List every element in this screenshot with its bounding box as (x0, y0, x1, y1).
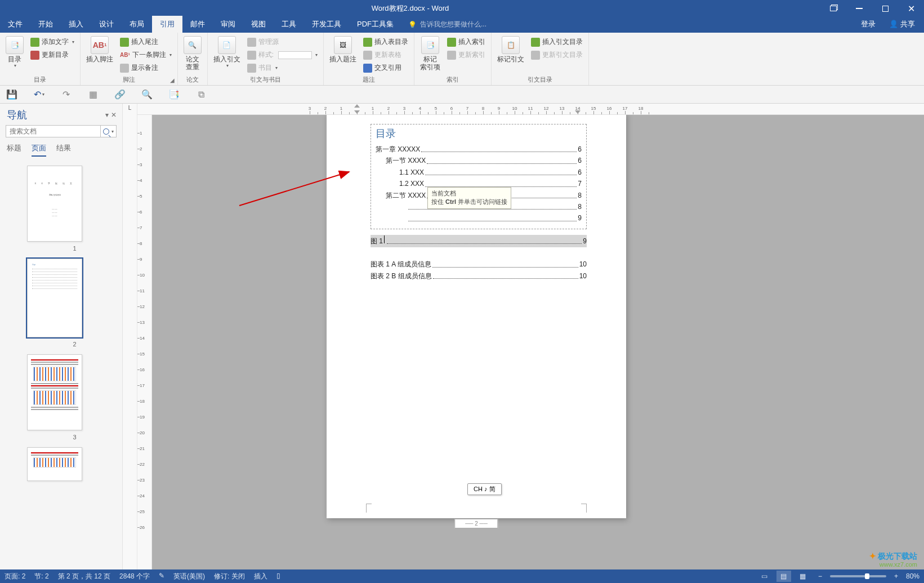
page-thumbnail[interactable] (27, 447, 82, 481)
qat-item-4[interactable]: ▦ (87, 88, 99, 101)
page-thumbnails[interactable]: X X 学 院 论 文请输入文档名称── ──── ──── ── 1 目录 2… (0, 161, 122, 569)
nav-tab-headings[interactable]: 标题 (7, 143, 21, 157)
update-figure-index-button[interactable]: 更新表格 (361, 49, 410, 61)
show-notes-button[interactable]: 显示备注 (118, 62, 174, 74)
zoom-out-button[interactable]: − (815, 572, 825, 580)
qat-item-5[interactable]: 🔗 (114, 88, 126, 101)
horizontal-ruler-wrap: 321123456789101112131415161718 (137, 104, 924, 115)
toc-entry[interactable]: 第一节 XXXX6 (376, 155, 582, 166)
page-thumbnail[interactable] (27, 354, 82, 430)
status-language[interactable]: 英语(美国) (173, 572, 205, 581)
document-scroll[interactable]: 1234567891011121314151617181920212223242… (137, 115, 924, 569)
cross-reference-button[interactable]: 交叉引用 (361, 62, 410, 74)
web-layout-button[interactable]: ▦ (796, 571, 810, 582)
tab-references[interactable]: 引用 (152, 16, 182, 33)
insert-citation-button[interactable]: 📄 插入引文 ▾ (211, 35, 243, 70)
zoom-level[interactable]: 80% (906, 572, 919, 580)
update-authorities-button[interactable]: 更新引文目录 (529, 49, 585, 61)
print-layout-button[interactable]: ▤ (776, 571, 791, 582)
status-section[interactable]: 节: 2 (34, 572, 48, 581)
share-button[interactable]: 👤 共享 (883, 16, 921, 33)
read-mode-button[interactable]: ▭ (757, 571, 772, 582)
paper-check-button[interactable]: 🔍 论文 查重 (181, 35, 204, 73)
nav-tab-pages[interactable]: 页面 (32, 143, 46, 157)
document-page[interactable]: 目录 第一章 XXXXX6第一节 XXXX61.1 XXX61.2 XXX7第二… (327, 115, 626, 518)
ruler-corner[interactable]: L (123, 104, 137, 569)
status-page[interactable]: 页面: 2 (5, 572, 25, 581)
tab-design[interactable]: 设计 (91, 16, 122, 33)
tab-pdf-tools[interactable]: PDF工具集 (349, 16, 401, 33)
nav-search-input[interactable] (6, 126, 100, 137)
qat-item-6[interactable]: 🔍 (141, 88, 153, 101)
login-button[interactable]: 登录 (855, 16, 881, 33)
zoom-in-button[interactable]: + (891, 572, 901, 580)
insert-authorities-button[interactable]: 插入引文目录 (529, 36, 585, 48)
nav-options-button[interactable]: ▾ (105, 111, 109, 119)
next-footnote-button[interactable]: AB¹下一条脚注▾ (118, 49, 174, 61)
toc-entry[interactable]: 9 (376, 212, 582, 224)
horizontal-ruler[interactable]: 321123456789101112131415161718 (137, 104, 924, 115)
tab-developer[interactable]: 开发工具 (304, 16, 349, 33)
tell-me-search[interactable]: 💡 告诉我您想要做什么... (401, 16, 493, 33)
tab-review[interactable]: 审阅 (213, 16, 243, 33)
minimize-button[interactable] (846, 0, 872, 17)
ribbon: 📑 目录 ▾ 添加文字▾ 更新目录 目录 AB1 插入脚注 插入尾注 AB¹下一… (0, 33, 924, 86)
status-macro[interactable]: ▯ (276, 572, 280, 581)
tab-tools[interactable]: 工具 (274, 16, 304, 33)
status-insert-mode[interactable]: 插入 (254, 572, 267, 581)
document-canvas[interactable]: 目录 第一章 XXXXX6第一节 XXXX61.1 XXX61.2 XXX7第二… (152, 115, 924, 569)
nav-close-button[interactable]: ✕ (111, 111, 117, 119)
insert-endnote-button[interactable]: 插入尾注 (118, 36, 174, 48)
ime-indicator[interactable]: CH ♪ 简 (467, 483, 502, 495)
endnote-icon (120, 38, 129, 47)
page-thumbnail[interactable]: X X 学 院 论 文请输入文档名称── ──── ──── ── (27, 166, 82, 242)
save-button[interactable]: 💾 (6, 88, 18, 101)
citation-style-select[interactable]: 样式:▾ (245, 49, 320, 61)
toc-content-control[interactable]: 目录 第一章 XXXXX6第一节 XXXX61.1 XXX61.2 XXX7第二… (371, 124, 587, 229)
page-thumbnail[interactable]: 目录 (27, 259, 82, 337)
manage-sources-button[interactable]: 管理源 (245, 36, 320, 48)
chart-toc-entry[interactable]: 图表 1 A 组成员信息10 (371, 259, 587, 270)
vertical-ruler[interactable]: 1234567891011121314151617181920212223242… (137, 115, 152, 569)
toc-entry[interactable]: 第一章 XXXXX6 (376, 144, 582, 155)
tab-layout[interactable]: 布局 (122, 16, 152, 33)
mark-citation-button[interactable]: 📋 标记引文 (495, 35, 526, 64)
figure-toc-entry-highlighted[interactable]: 图 1 9 (371, 235, 587, 247)
tab-insert[interactable]: 插入 (61, 16, 91, 33)
update-index-button[interactable]: 更新索引 (445, 49, 488, 61)
footnotes-launcher[interactable]: ◢ (168, 76, 176, 84)
zoom-slider[interactable] (830, 575, 886, 577)
tab-file[interactable]: 文件 (0, 16, 30, 33)
chevron-down-icon: ▾ (14, 63, 16, 69)
qat-item-8[interactable]: ⧉ (195, 88, 207, 101)
qat-item-7[interactable]: 📑 (168, 88, 180, 101)
nav-search-box[interactable]: ▾ (6, 125, 117, 137)
undo-button[interactable]: ↶▾ (33, 88, 45, 101)
nav-tab-results[interactable]: 结果 (56, 143, 71, 157)
tab-home[interactable]: 开始 (30, 16, 61, 33)
svg-line-1 (239, 172, 349, 206)
update-toc-button[interactable]: 更新目录 (28, 49, 77, 61)
tab-view[interactable]: 视图 (243, 16, 274, 33)
tab-mailings[interactable]: 邮件 (182, 16, 213, 33)
toc-entry[interactable]: 1.1 XXX6 (376, 167, 582, 178)
status-track-changes[interactable]: 修订: 关闭 (214, 572, 245, 581)
status-spellcheck[interactable]: ✎ (159, 572, 164, 581)
add-text-button[interactable]: 添加文字▾ (28, 36, 77, 48)
insert-caption-button[interactable]: 🖼 插入题注 (327, 35, 359, 64)
close-button[interactable]: ✕ (898, 0, 924, 17)
maximize-button[interactable] (872, 0, 898, 17)
status-page-count[interactable]: 第 2 页，共 12 页 (58, 572, 110, 581)
nav-search-button[interactable]: ▾ (100, 126, 116, 137)
chart-toc-entry[interactable]: 图表 2 B 组成员信息10 (371, 270, 587, 282)
toc-gallery-button[interactable]: 📑 目录 ▾ (3, 35, 26, 70)
mark-index-entry-button[interactable]: 📑 标记 索引项 (418, 35, 443, 73)
ribbon-display-options-button[interactable] (820, 0, 846, 17)
link-state-icon: 🔗 (114, 89, 126, 100)
insert-index-button[interactable]: 插入索引 (445, 36, 488, 48)
insert-figure-index-button[interactable]: 插入表目录 (361, 36, 410, 48)
status-word-count[interactable]: 2848 个字 (119, 572, 150, 581)
bibliography-button[interactable]: 书目▾ (245, 62, 320, 74)
insert-footnote-button[interactable]: AB1 插入脚注 (84, 35, 115, 64)
redo-button[interactable]: ↷ (60, 88, 72, 101)
